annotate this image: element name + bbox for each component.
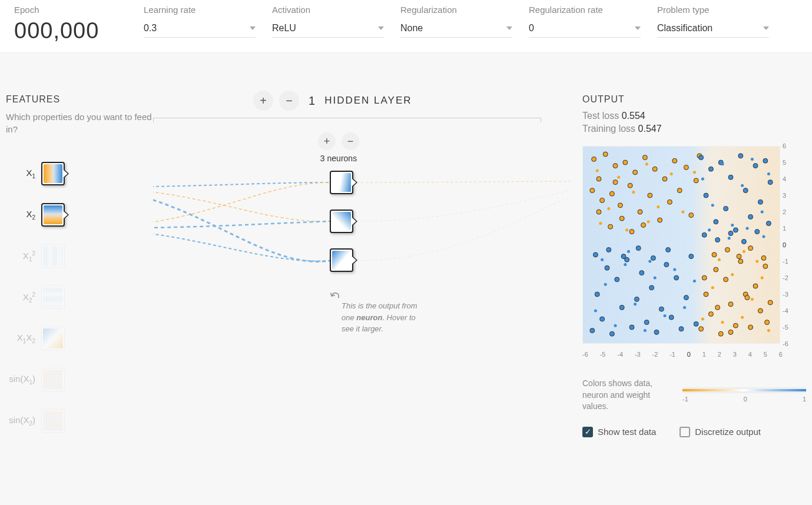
- test-loss-label: Test loss: [582, 111, 619, 121]
- svg-point-114: [664, 263, 669, 267]
- feature-x1-node[interactable]: [41, 162, 65, 185]
- feature-x1sq-node[interactable]: [41, 244, 65, 268]
- svg-point-142: [624, 263, 627, 266]
- neuron-1-2[interactable]: [330, 210, 353, 233]
- neuron-1-1[interactable]: [330, 171, 353, 194]
- svg-point-135: [708, 228, 711, 231]
- output-chart: 6543210-1-2-3-4-5-6 -6-5-4-3-2-10123456: [582, 142, 800, 354]
- svg-point-136: [728, 237, 731, 240]
- training-loss-label: Training loss: [582, 124, 635, 134]
- svg-point-121: [593, 252, 598, 257]
- network-links: [153, 94, 571, 505]
- epoch-label: Epoch: [14, 5, 127, 15]
- feature-x2sq-node[interactable]: [41, 285, 65, 309]
- add-neuron-button[interactable]: +: [318, 132, 336, 150]
- neuron-callout: This is the output from one neuron. Hove…: [342, 300, 430, 335]
- svg-point-123: [621, 254, 626, 259]
- svg-point-85: [733, 228, 738, 232]
- svg-point-59: [645, 162, 648, 165]
- svg-point-118: [684, 295, 688, 300]
- chevron-down-icon: [250, 26, 256, 30]
- svg-point-12: [652, 167, 657, 171]
- svg-point-112: [654, 330, 659, 334]
- chevron-down-icon: [763, 26, 769, 30]
- problem-type-select[interactable]: Classification: [657, 19, 769, 38]
- svg-point-9: [638, 210, 642, 214]
- svg-point-1: [596, 177, 601, 181]
- neuron-1-3[interactable]: [330, 248, 353, 272]
- svg-point-45: [712, 252, 717, 257]
- feature-x1x2-node[interactable]: [41, 327, 65, 350]
- add-layer-button[interactable]: +: [253, 91, 273, 111]
- svg-point-127: [701, 178, 704, 181]
- remove-layer-button[interactable]: −: [279, 91, 299, 111]
- show-test-data-checkbox[interactable]: ✓ Show test data: [582, 427, 656, 437]
- learning-rate-value: 0.3: [144, 23, 157, 34]
- feature-x2-node[interactable]: [41, 203, 65, 227]
- svg-point-44: [768, 300, 773, 305]
- layer-1-neurons: [330, 171, 353, 272]
- activation-value: ReLU: [272, 23, 296, 34]
- output-column: OUTPUT Test loss 0.554 Training loss 0.5…: [571, 94, 806, 441]
- svg-point-140: [604, 283, 607, 286]
- activation-select[interactable]: ReLU: [272, 19, 384, 38]
- svg-point-104: [615, 277, 619, 282]
- svg-point-145: [654, 277, 657, 280]
- learning-rate-select[interactable]: 0.3: [144, 19, 256, 38]
- svg-point-16: [672, 158, 677, 163]
- svg-point-50: [702, 275, 707, 280]
- feature-x2sq[interactable]: X22: [6, 277, 153, 318]
- svg-point-95: [728, 231, 733, 235]
- svg-point-28: [600, 198, 605, 202]
- svg-point-26: [641, 222, 646, 227]
- svg-point-47: [737, 254, 741, 259]
- feature-x1x2[interactable]: X1X2: [6, 318, 153, 359]
- feature-sinx2[interactable]: sin(X2): [6, 400, 153, 441]
- feature-x1sq[interactable]: X12: [6, 235, 153, 277]
- svg-point-58: [632, 191, 635, 194]
- x-axis-ticks: -6-5-4-3-2-10123456: [582, 351, 783, 358]
- feature-x1sq-label: X12: [6, 250, 35, 263]
- svg-point-88: [748, 214, 753, 219]
- feature-sinx1[interactable]: sin(X1): [6, 359, 153, 400]
- svg-point-77: [755, 260, 758, 263]
- svg-point-133: [761, 211, 764, 214]
- output-chart-canvas[interactable]: [582, 146, 780, 344]
- svg-point-56: [607, 207, 610, 210]
- remove-neuron-button[interactable]: −: [342, 132, 359, 150]
- svg-point-49: [761, 255, 766, 260]
- feature-x1[interactable]: X1: [6, 153, 153, 194]
- svg-point-126: [666, 247, 671, 252]
- feature-x2[interactable]: X2: [6, 194, 153, 235]
- feature-sinx1-node[interactable]: [41, 368, 65, 391]
- svg-point-51: [715, 305, 720, 310]
- svg-point-87: [743, 188, 748, 193]
- discretize-output-checkbox[interactable]: Discretize output: [680, 427, 761, 437]
- svg-point-109: [639, 271, 644, 275]
- svg-point-60: [657, 205, 659, 208]
- chevron-down-icon: [506, 26, 512, 30]
- svg-point-30: [699, 327, 704, 331]
- hidden-layer-count: 1: [309, 94, 315, 108]
- svg-point-25: [629, 230, 634, 234]
- regularization-rate-group: Regularization rate 0: [521, 5, 649, 42]
- svg-point-36: [728, 302, 733, 307]
- svg-point-119: [689, 254, 694, 259]
- svg-point-67: [701, 318, 704, 321]
- legend-gradient-bar: [682, 387, 806, 393]
- output-scatter-svg: [582, 146, 780, 344]
- feature-sinx1-label: sin(X1): [6, 374, 35, 386]
- svg-point-76: [743, 250, 745, 253]
- svg-point-131: [741, 184, 744, 187]
- svg-point-18: [684, 165, 688, 170]
- svg-point-124: [636, 246, 641, 251]
- svg-point-93: [702, 232, 707, 237]
- svg-point-115: [669, 315, 674, 320]
- svg-point-55: [596, 170, 599, 172]
- regularization-rate-select[interactable]: 0: [529, 19, 641, 38]
- svg-point-7: [628, 183, 632, 188]
- svg-point-111: [649, 285, 654, 290]
- regularization-select[interactable]: None: [400, 19, 512, 38]
- feature-sinx2-node[interactable]: [41, 409, 65, 433]
- svg-point-63: [693, 171, 696, 174]
